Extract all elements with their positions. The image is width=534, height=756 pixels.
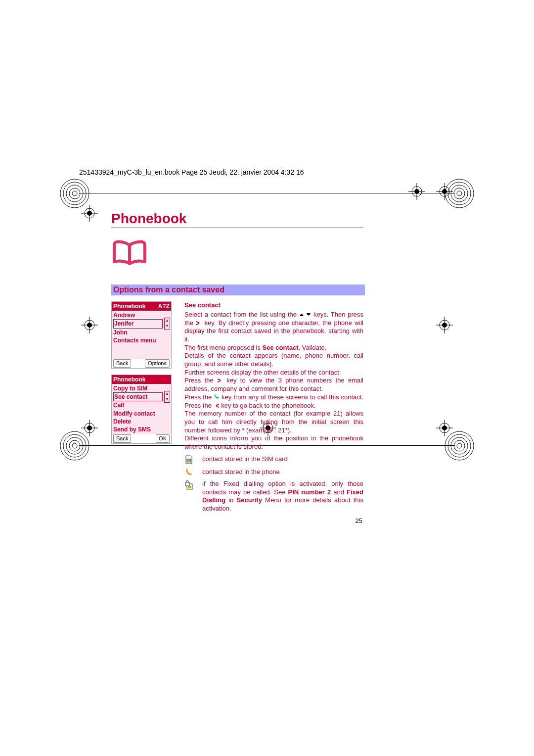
svg-point-9 (457, 191, 462, 196)
phone-screen-options: Phonebook Copy to SIM See contact Call M… (111, 375, 172, 444)
paragraph: The first menu proposed is See contact. … (184, 344, 363, 352)
page-number: 25 (111, 517, 363, 524)
list-item: Andrew (113, 311, 170, 319)
svg-point-13 (69, 440, 80, 451)
paragraph: The memory number of the contact (for ex… (184, 410, 363, 434)
legend-text: contact stored in the phone (202, 468, 363, 476)
scroll-indicator-icon: ▲▼ (164, 391, 170, 403)
screen1-sort: A?Z (158, 302, 170, 310)
svg-rect-55 (188, 486, 191, 488)
phone-storage-icon (184, 468, 193, 476)
svg-rect-53 (187, 459, 191, 462)
paragraph: Press the key from any of these screens … (184, 393, 363, 410)
list-item-selected: Jenifer (113, 319, 163, 328)
list-item: Delete (113, 418, 170, 425)
left-key-icon (214, 402, 220, 410)
paragraph: Details of the contact appears (name, ph… (184, 352, 363, 368)
phonebook-icon (111, 238, 363, 270)
svg-point-14 (72, 443, 77, 448)
subheading-see-contact: See contact (184, 301, 363, 310)
screen1-title: Phonebook (113, 302, 145, 310)
paragraph: Further screens display the other detail… (184, 369, 363, 377)
list-item: Modify contact (113, 410, 170, 418)
svg-point-18 (454, 440, 465, 451)
svg-point-19 (457, 443, 462, 448)
svg-point-3 (69, 188, 80, 199)
file-meta-header: 251433924_myC-3b_lu_en.book Page 25 Jeud… (79, 168, 455, 176)
list-item-selected: See contact (113, 392, 163, 401)
paragraph: Select a contact from the list using the… (184, 311, 363, 344)
list-item: John (113, 329, 170, 336)
scroll-indicator-icon: ▲▼ (164, 318, 170, 330)
legend-text: contact stored in the SIM card (202, 455, 363, 464)
call-key-icon (214, 393, 220, 402)
chapter-title: Phonebook (111, 211, 363, 228)
list-item: Call (113, 401, 170, 409)
svg-point-4 (72, 191, 77, 196)
svg-rect-56 (185, 482, 189, 486)
paragraph: Different icons inform you of the positi… (184, 434, 363, 451)
up-key-icon (299, 311, 304, 319)
svg-point-8 (454, 188, 465, 199)
paragraph: Press the key to view the 3 phone number… (184, 377, 363, 393)
screen2-title: Phonebook (113, 376, 145, 383)
down-key-icon (306, 311, 311, 319)
right-key-icon (217, 377, 223, 385)
legend-text: if the Fixed dialling option is activate… (202, 480, 363, 513)
softkey-ok: OK (156, 434, 170, 443)
list-item: Send by SMS (113, 425, 170, 433)
softkey-back: Back (113, 359, 131, 368)
softkey-options: Options (145, 359, 170, 368)
sim-card-icon (184, 455, 193, 464)
right-key-icon (196, 319, 202, 328)
softkey-back: Back (113, 434, 131, 443)
lock-sim-icon (184, 480, 193, 490)
section-title: Options from a contact saved (111, 284, 365, 295)
phone-screen-contacts: Phonebook A?Z Andrew Jenifer John Contac… (111, 301, 172, 369)
list-item: Copy to SIM (113, 384, 170, 392)
list-item: Contacts menu (113, 336, 170, 344)
